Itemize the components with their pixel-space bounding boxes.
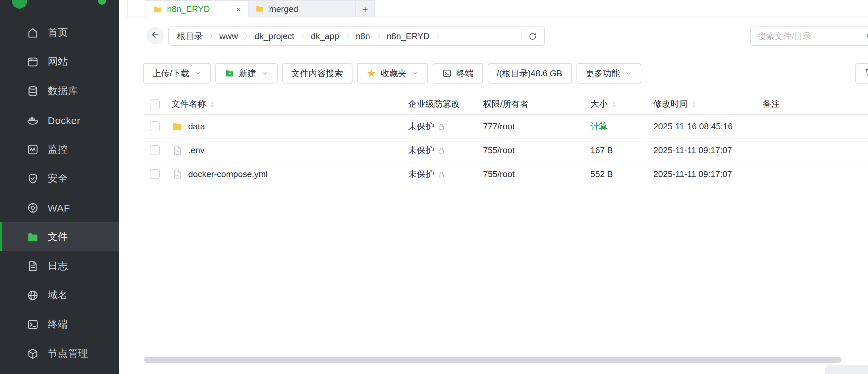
column-header-0[interactable]: 文件名称 xyxy=(172,98,408,110)
sidebar-item-label: 文件 xyxy=(48,230,68,243)
screen: 首页网站数据库Docker监控安全WAF文件日志域名终端节点管理 n8n_ERY… xyxy=(0,0,868,374)
column-label: 企业级防篡改 xyxy=(408,98,460,110)
favorites-button[interactable]: 收藏夹 xyxy=(357,63,428,84)
sidebar-item-label: Docker xyxy=(48,114,81,126)
sidebar-item-logs[interactable]: 日志 xyxy=(0,251,119,281)
file-name[interactable]: data xyxy=(188,121,205,131)
breadcrumb-segment[interactable]: dk_project xyxy=(254,31,294,41)
sidebar-item-label: 终端 xyxy=(48,318,68,330)
row-checkbox[interactable] xyxy=(150,169,160,179)
folder-icon xyxy=(172,121,183,132)
sidebar-item-nodes[interactable]: 节点管理 xyxy=(0,339,119,368)
row-checkbox[interactable] xyxy=(150,121,160,131)
file-icon xyxy=(172,168,183,180)
disk-usage-button[interactable]: /(根目录)48.6 GB xyxy=(487,63,571,84)
sidebar-item-security[interactable]: 安全 xyxy=(0,164,119,193)
button-label: 终端 xyxy=(456,67,473,79)
chevron-down-icon xyxy=(624,69,632,77)
sidebar-item-database[interactable]: 数据库 xyxy=(0,76,119,106)
file-name[interactable]: .env xyxy=(188,145,205,155)
tab-label: n8n_ERYD xyxy=(167,4,210,14)
sidebar-item-docker[interactable]: Docker xyxy=(0,106,119,135)
sidebar-item-terminal[interactable]: 终端 xyxy=(0,310,119,339)
recycle-bin-button-partial[interactable] xyxy=(856,63,868,84)
chevron-right-icon xyxy=(208,33,214,39)
chevron-down-icon xyxy=(411,69,418,77)
tamper-status: 未保护 xyxy=(408,168,434,180)
new-folder-icon xyxy=(224,68,234,78)
column-label: 备注 xyxy=(763,98,780,110)
lock-icon xyxy=(437,146,445,154)
table-row[interactable]: docker-compose.yml未保护755/root552 B2025-1… xyxy=(144,163,868,186)
select-all-checkbox[interactable] xyxy=(150,99,160,109)
chevron-right-icon xyxy=(435,33,441,39)
sidebar-item-domain[interactable]: 域名 xyxy=(0,281,119,310)
button-label: 上传/下载 xyxy=(152,67,189,79)
database-icon xyxy=(27,85,39,97)
breadcrumb-segment[interactable]: www xyxy=(219,31,238,41)
sort-icon[interactable] xyxy=(610,100,618,108)
table-header: 文件名称企业级防篡改权限/所有者大小修改时间备注 xyxy=(144,94,868,115)
more-button[interactable]: 更多功能 xyxy=(576,63,641,84)
search-box xyxy=(750,27,868,46)
table-row[interactable]: data未保护777/root计算2025-11-16 08:45:16 xyxy=(144,115,868,139)
file-name[interactable]: docker-compose.yml xyxy=(188,169,268,179)
back-button[interactable] xyxy=(147,27,164,45)
table-row[interactable]: .env未保护755/root167 B2025-11-11 09:17:07 xyxy=(144,139,868,163)
new-button[interactable]: 新建 xyxy=(215,63,277,84)
content-search-button[interactable]: 文件内容搜索 xyxy=(282,63,352,84)
sidebar-item-label: 首页 xyxy=(48,26,68,39)
search-input[interactable] xyxy=(757,31,860,41)
sort-icon[interactable] xyxy=(690,100,698,108)
sidebar-item-label: 网站 xyxy=(48,55,68,68)
sidebar-item-website[interactable]: 网站 xyxy=(0,47,119,76)
home-icon xyxy=(27,26,39,39)
row-checkbox[interactable] xyxy=(150,145,160,155)
column-header-1: 企业级防篡改 xyxy=(408,98,483,110)
column-header-5: 备注 xyxy=(763,98,868,110)
sort-icon[interactable] xyxy=(209,100,216,108)
button-label: 收藏夹 xyxy=(381,67,406,79)
corner-widget-partial xyxy=(825,365,868,374)
close-tab-icon[interactable]: × xyxy=(236,4,241,13)
modified-time: 2025-11-11 09:17:07 xyxy=(653,169,763,179)
tab-1[interactable]: merged xyxy=(248,0,356,17)
folder-icon xyxy=(153,4,162,13)
security-icon xyxy=(27,172,39,185)
column-header-3[interactable]: 大小 xyxy=(590,98,653,110)
back-arrow-icon xyxy=(150,30,160,42)
breadcrumb-segment[interactable]: 根目录 xyxy=(177,30,203,42)
column-label: 文件名称 xyxy=(172,98,206,110)
chevron-right-icon xyxy=(345,33,350,39)
calc-size-link[interactable]: 计算 xyxy=(590,120,653,132)
tabs: n8n_ERYD×merged xyxy=(146,0,356,17)
chevron-right-icon xyxy=(375,33,381,39)
path-input[interactable] xyxy=(446,27,521,45)
add-tab-button[interactable]: + xyxy=(355,0,375,17)
terminal-button[interactable]: 终端 xyxy=(432,63,483,84)
breadcrumb-segment[interactable]: dk_app xyxy=(311,31,339,41)
sidebar-item-files[interactable]: 文件 xyxy=(0,222,119,251)
sidebar: 首页网站数据库Docker监控安全WAF文件日志域名终端节点管理 xyxy=(0,0,119,374)
chevron-down-icon xyxy=(261,69,268,77)
breadcrumb-segment[interactable]: n8n_ERYD xyxy=(386,31,430,41)
column-label: 修改时间 xyxy=(653,98,688,110)
button-label: 新建 xyxy=(239,67,256,79)
sidebar-item-label: 安全 xyxy=(48,172,68,185)
breadcrumb: 根目录wwwdk_projectdk_appn8nn8n_ERYD xyxy=(168,27,545,46)
tamper-status: 未保护 xyxy=(408,120,434,132)
horizontal-scrollbar[interactable] xyxy=(144,357,841,363)
upload-download-button[interactable]: 上传/下载 xyxy=(143,63,210,84)
sidebar-item-monitor[interactable]: 监控 xyxy=(0,135,119,164)
breadcrumb-segment[interactable]: n8n xyxy=(356,31,370,41)
star-icon xyxy=(366,68,376,78)
modified-time: 2025-11-11 09:17:07 xyxy=(653,145,763,155)
sidebar-item-label: 监控 xyxy=(48,143,68,155)
sidebar-item-label: 数据库 xyxy=(48,85,78,97)
refresh-button[interactable] xyxy=(522,27,544,45)
column-header-4[interactable]: 修改时间 xyxy=(653,98,763,110)
chevron-right-icon xyxy=(243,33,249,39)
sidebar-item-home[interactable]: 首页 xyxy=(0,18,119,47)
tab-0[interactable]: n8n_ERYD× xyxy=(146,0,248,17)
sidebar-item-waf[interactable]: WAF xyxy=(0,193,119,222)
